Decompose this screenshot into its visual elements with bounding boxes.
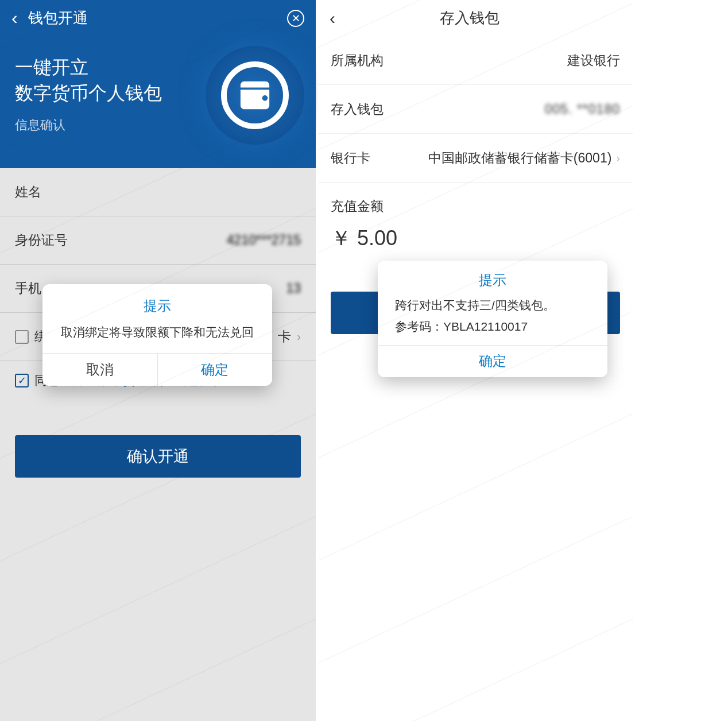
hero-line2: 数字货币个人钱包 (15, 83, 162, 103)
left-dialog: 提示 取消绑定将导致限额下降和无法兑回 取消 确定 (42, 284, 272, 386)
right-dialog: 提示 跨行对出不支持三/四类钱包。 参考码：YBLA12110017 确定 (378, 261, 607, 377)
value-bankcard: 中国邮政储蓄银行储蓄卡(6001) (428, 149, 611, 167)
row-org[interactable]: 所属机构 建设银行 (318, 36, 633, 85)
back-icon[interactable]: ‹ (11, 7, 18, 29)
row-id[interactable]: 身份证号 4210***2715 (0, 216, 316, 265)
chevron-right-icon: › (297, 330, 301, 343)
wallet-icon (206, 46, 304, 145)
agree-checkbox[interactable]: ✓ (15, 374, 29, 387)
label-id: 身份证号 (15, 231, 227, 249)
confirm-wrap: 确认开通 (0, 435, 316, 478)
amount-label: 充值金额 (318, 183, 633, 219)
right-nav-title: 存入钱包 (318, 8, 621, 28)
row-wallet[interactable]: 存入钱包 005. **0180 (318, 85, 633, 134)
dialog-cancel-button[interactable]: 取消 (42, 354, 158, 386)
close-icon[interactable]: ✕ (287, 10, 304, 27)
right-screen: ‹ 存入钱包 所属机构 建设银行 存入钱包 005. **0180 银行卡 中国… (318, 0, 633, 721)
right-list: 所属机构 建设银行 存入钱包 005. **0180 银行卡 中国邮政储蓄银行储… (318, 36, 633, 183)
card-checkbox[interactable]: ✓ (15, 330, 29, 344)
left-nav: ‹ 钱包开通 ✕ (0, 0, 316, 36)
confirm-button[interactable]: 确认开通 (15, 435, 301, 478)
dialog-title: 提示 (42, 284, 272, 322)
amount-value: ￥ 5.00 (318, 219, 633, 264)
value-card: 卡 (278, 328, 291, 346)
dialog-ok-button[interactable]: 确定 (158, 354, 273, 386)
label-org: 所属机构 (331, 52, 567, 69)
dialog-title: 提示 (378, 261, 607, 295)
dialog-msg: 取消绑定将导致限额下降和无法兑回 (42, 322, 272, 353)
hero: 一键开立 数字货币个人钱包 信息确认 (15, 55, 162, 134)
hero-line1: 一键开立 (15, 57, 88, 77)
left-nav-title: 钱包开通 (28, 8, 287, 28)
row-name[interactable]: 姓名 (0, 168, 316, 216)
value-wallet: 005. **0180 (545, 102, 620, 117)
chevron-right-icon: › (616, 152, 620, 165)
row-card[interactable]: 银行卡 中国邮政储蓄银行储蓄卡(6001) › (318, 134, 633, 183)
value-phone-suffix: 13 (286, 281, 301, 296)
right-nav: ‹ 存入钱包 (318, 0, 633, 36)
dialog-msg: 跨行对出不支持三/四类钱包。 (378, 295, 607, 319)
label-bankcard: 银行卡 (331, 149, 428, 167)
dialog-code: 参考码：YBLA12110017 (378, 319, 607, 345)
label-wallet: 存入钱包 (331, 100, 545, 118)
left-screen: ‹ 钱包开通 ✕ 一键开立 数字货币个人钱包 信息确认 姓名 身份证号 4210… (0, 0, 316, 721)
label-name: 姓名 (15, 183, 301, 201)
dialog-ok-button[interactable]: 确定 (378, 345, 607, 377)
hero-sub: 信息确认 (15, 117, 162, 134)
value-id: 4210***2715 (227, 232, 301, 248)
value-org: 建设银行 (567, 52, 620, 69)
